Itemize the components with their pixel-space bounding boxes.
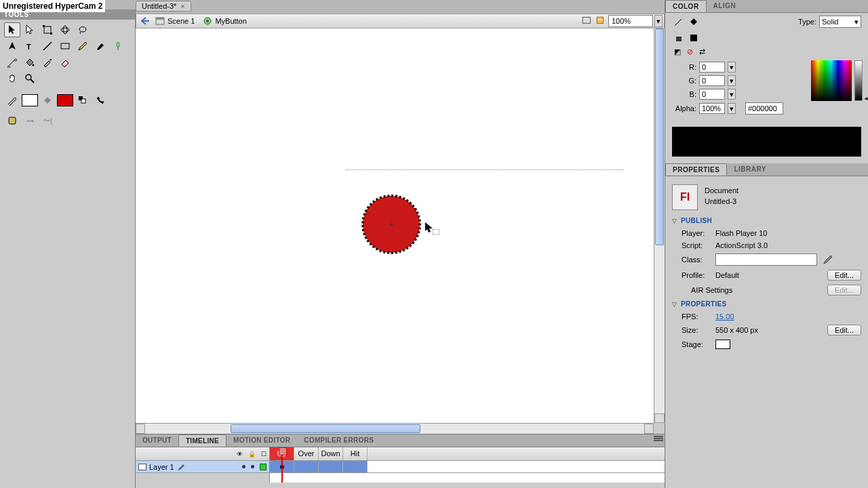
rectangle-tool[interactable]: [57, 39, 73, 54]
layer-name: Layer 1: [149, 463, 174, 471]
scrollbar-thumb[interactable]: [655, 28, 664, 245]
smooth-icon[interactable]: 〜(: [39, 113, 56, 128]
back-button[interactable]: [139, 16, 151, 26]
playhead[interactable]: [281, 447, 283, 483]
subselection-tool[interactable]: [22, 22, 38, 37]
fill-bucket-icon[interactable]: [687, 16, 701, 28]
snap-icon[interactable]: ⊶: [22, 113, 38, 128]
timeline-frames[interactable]: Up Over Down Hit: [270, 447, 665, 483]
selection-tool[interactable]: [4, 22, 20, 37]
scroll-down-button[interactable]: [654, 413, 665, 423]
free-transform-tool[interactable]: [39, 22, 56, 37]
pen-tool[interactable]: [4, 39, 20, 54]
tab-compiler-errors[interactable]: COMPILER ERRORS: [297, 434, 380, 447]
b-input[interactable]: [699, 89, 725, 100]
bw-toggle-icon[interactable]: ◩: [672, 47, 683, 56]
bone-tool[interactable]: [4, 55, 20, 70]
fill-color-swatch[interactable]: [57, 94, 73, 106]
r-input[interactable]: [699, 62, 725, 73]
alpha-input[interactable]: [699, 103, 725, 114]
edit-size-button[interactable]: Edit...: [827, 325, 861, 336]
brush-tool[interactable]: [92, 39, 108, 54]
scroll-left-button[interactable]: [136, 424, 145, 434]
breadcrumb-symbol[interactable]: MyButton: [199, 16, 250, 26]
g-stepper[interactable]: ▾: [728, 75, 736, 86]
black-white-icon[interactable]: [75, 93, 91, 108]
swap-icon[interactable]: ⇄: [696, 47, 707, 56]
edit-scene-icon[interactable]: [581, 15, 593, 27]
fill-type-select[interactable]: Solid▾: [819, 16, 861, 28]
horizontal-scrollbar[interactable]: [136, 423, 654, 434]
state-down[interactable]: Down: [319, 447, 343, 460]
document-tab[interactable]: Untitled-3* ×: [136, 1, 191, 12]
close-icon[interactable]: ×: [180, 2, 184, 10]
eyedropper-tool[interactable]: [39, 55, 56, 70]
state-over[interactable]: Over: [294, 447, 319, 460]
stroke-color-icon[interactable]: [4, 93, 20, 108]
brightness-slider[interactable]: [854, 60, 863, 101]
b-stepper[interactable]: ▾: [728, 89, 736, 100]
frame-down[interactable]: [319, 461, 343, 472]
breadcrumb-scene[interactable]: Scene 1: [151, 16, 199, 26]
eraser-tool[interactable]: [57, 55, 73, 70]
properties-section-header[interactable]: ▽PROPERTIES: [672, 298, 861, 310]
tab-motion-editor[interactable]: MOTION EDITOR: [226, 434, 297, 447]
vertical-scrollbar[interactable]: [654, 28, 665, 423]
lock-icon[interactable]: 🔒: [248, 451, 256, 458]
deco-tool[interactable]: [110, 39, 126, 54]
zoom-tool[interactable]: [22, 71, 38, 86]
layer-row[interactable]: Layer 1: [136, 461, 269, 473]
swap-colors-icon[interactable]: [92, 93, 108, 108]
edit-profile-button[interactable]: Edit...: [827, 270, 861, 281]
hand-tool[interactable]: [4, 71, 20, 86]
g-input[interactable]: [699, 75, 725, 86]
class-input[interactable]: [715, 253, 817, 266]
panel-options-icon[interactable]: [654, 436, 663, 443]
state-hit[interactable]: Hit: [343, 447, 368, 460]
paint-bucket-tool[interactable]: [22, 55, 38, 70]
tab-properties[interactable]: PROPERTIES: [665, 163, 727, 176]
scrollbar-thumb[interactable]: [231, 424, 420, 433]
pencil-tool[interactable]: [75, 39, 91, 54]
publish-section-header[interactable]: ▽PUBLISH: [672, 214, 861, 227]
tab-color[interactable]: COLOR: [665, 0, 707, 12]
ink-bottle-icon[interactable]: [672, 32, 686, 44]
tab-align[interactable]: ALIGN: [707, 0, 743, 12]
scroll-right-button[interactable]: [644, 424, 654, 434]
svg-rect-21: [690, 35, 697, 41]
frame-hit[interactable]: [343, 461, 368, 472]
line-tool[interactable]: [39, 39, 56, 54]
lock-dot[interactable]: [251, 465, 254, 468]
edit-class-icon[interactable]: [823, 254, 833, 265]
frame-over[interactable]: [294, 461, 319, 472]
visibility-icon[interactable]: 👁: [237, 451, 243, 458]
circle-shape[interactable]: [363, 196, 420, 253]
stage-color-swatch[interactable]: [715, 340, 730, 349]
fill-color-icon[interactable]: [39, 93, 56, 108]
r-stepper[interactable]: ▾: [728, 62, 736, 73]
visibility-dot[interactable]: [242, 465, 245, 468]
fps-value[interactable]: 15.00: [715, 312, 734, 321]
alpha-stepper[interactable]: ▾: [728, 103, 736, 114]
tab-library[interactable]: LIBRARY: [727, 163, 773, 176]
zoom-dropdown[interactable]: ▾: [654, 15, 663, 27]
no-color-icon[interactable]: ⊘: [684, 47, 695, 56]
tab-output[interactable]: OUTPUT: [136, 434, 178, 447]
color-spectrum[interactable]: [811, 60, 852, 101]
edit-symbols-icon[interactable]: [595, 15, 607, 27]
stage[interactable]: [136, 28, 654, 423]
3d-rotation-tool[interactable]: [57, 22, 73, 37]
svg-rect-2: [50, 33, 52, 35]
text-tool[interactable]: T: [22, 39, 38, 54]
hex-input[interactable]: [745, 102, 783, 115]
tab-timeline[interactable]: TIMELINE: [178, 434, 226, 447]
options-icon[interactable]: [4, 113, 20, 128]
document-icon: Fl: [672, 184, 698, 210]
color-chip-icon[interactable]: [687, 32, 701, 44]
outline-icon[interactable]: ☐: [261, 451, 267, 458]
stroke-color-swatch[interactable]: [22, 94, 38, 106]
outline-color[interactable]: [260, 464, 267, 470]
lasso-tool[interactable]: [75, 22, 91, 37]
stroke-pencil-icon[interactable]: [672, 16, 686, 28]
zoom-input[interactable]: [608, 15, 653, 27]
